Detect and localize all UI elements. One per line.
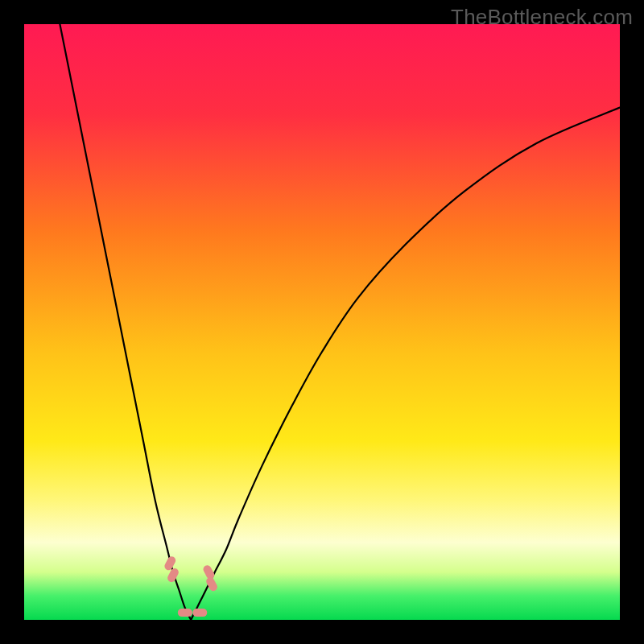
data-marker [178, 609, 192, 617]
curve-left-curve [60, 24, 191, 620]
data-marker [204, 576, 218, 592]
data-marker [192, 609, 207, 617]
curve-layer [24, 24, 620, 620]
curve-right-curve [191, 108, 620, 620]
plot-area [24, 24, 620, 620]
chart-frame: TheBottleneck.com [0, 0, 644, 644]
